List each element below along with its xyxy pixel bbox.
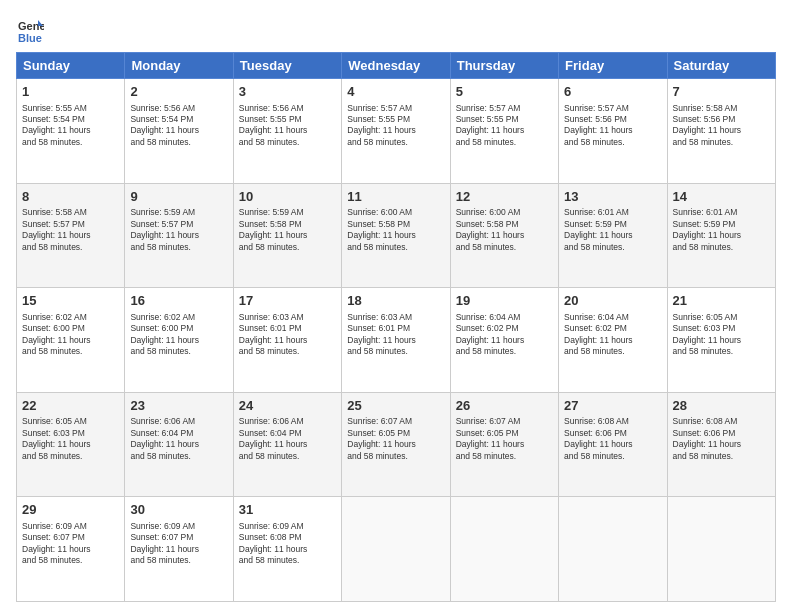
sunrise-label: Sunrise: 5:59 AM — [239, 207, 304, 217]
sunrise-label: Sunrise: 6:02 AM — [22, 312, 87, 322]
daylight-minutes: and 58 minutes. — [130, 242, 190, 252]
daylight-minutes: and 58 minutes. — [564, 451, 624, 461]
daylight-minutes: and 58 minutes. — [22, 242, 82, 252]
sunset-label: Sunset: 5:57 PM — [22, 219, 85, 229]
sunrise-label: Sunrise: 6:08 AM — [564, 416, 629, 426]
calendar-cell: 19 Sunrise: 6:04 AM Sunset: 6:02 PM Dayl… — [450, 288, 558, 393]
sunrise-label: Sunrise: 6:09 AM — [22, 521, 87, 531]
calendar-cell — [667, 497, 775, 602]
daylight-label: Daylight: 11 hours — [239, 544, 308, 554]
day-number: 24 — [239, 397, 336, 415]
daylight-minutes: and 58 minutes. — [564, 346, 624, 356]
logo: General Blue — [16, 16, 48, 44]
sunrise-label: Sunrise: 6:02 AM — [130, 312, 195, 322]
day-number: 2 — [130, 83, 227, 101]
day-number: 21 — [673, 292, 770, 310]
daylight-minutes: and 58 minutes. — [673, 346, 733, 356]
daylight-minutes: and 58 minutes. — [22, 555, 82, 565]
sunset-label: Sunset: 6:01 PM — [347, 323, 410, 333]
daylight-label: Daylight: 11 hours — [564, 335, 633, 345]
sunset-label: Sunset: 6:00 PM — [22, 323, 85, 333]
sunset-label: Sunset: 6:03 PM — [22, 428, 85, 438]
daylight-minutes: and 58 minutes. — [130, 137, 190, 147]
sunset-label: Sunset: 6:01 PM — [239, 323, 302, 333]
daylight-label: Daylight: 11 hours — [673, 125, 742, 135]
sunrise-label: Sunrise: 6:04 AM — [564, 312, 629, 322]
sunrise-label: Sunrise: 6:05 AM — [22, 416, 87, 426]
daylight-label: Daylight: 11 hours — [239, 335, 308, 345]
daylight-label: Daylight: 11 hours — [22, 125, 91, 135]
sunrise-label: Sunrise: 6:07 AM — [347, 416, 412, 426]
daylight-label: Daylight: 11 hours — [239, 125, 308, 135]
daylight-minutes: and 58 minutes. — [564, 242, 624, 252]
calendar-cell: 17 Sunrise: 6:03 AM Sunset: 6:01 PM Dayl… — [233, 288, 341, 393]
daylight-label: Daylight: 11 hours — [22, 439, 91, 449]
day-number: 20 — [564, 292, 661, 310]
sunset-label: Sunset: 6:08 PM — [239, 532, 302, 542]
day-number: 14 — [673, 188, 770, 206]
calendar-cell: 26 Sunrise: 6:07 AM Sunset: 6:05 PM Dayl… — [450, 392, 558, 497]
sunrise-label: Sunrise: 6:09 AM — [239, 521, 304, 531]
day-number: 7 — [673, 83, 770, 101]
day-number: 26 — [456, 397, 553, 415]
day-header-friday: Friday — [559, 53, 667, 79]
daylight-minutes: and 58 minutes. — [347, 451, 407, 461]
calendar-cell: 21 Sunrise: 6:05 AM Sunset: 6:03 PM Dayl… — [667, 288, 775, 393]
calendar-cell — [450, 497, 558, 602]
sunset-label: Sunset: 6:00 PM — [130, 323, 193, 333]
daylight-label: Daylight: 11 hours — [673, 230, 742, 240]
daylight-minutes: and 58 minutes. — [347, 346, 407, 356]
day-number: 19 — [456, 292, 553, 310]
svg-text:Blue: Blue — [18, 32, 42, 44]
calendar-week-row: 15 Sunrise: 6:02 AM Sunset: 6:00 PM Dayl… — [17, 288, 776, 393]
daylight-minutes: and 58 minutes. — [347, 137, 407, 147]
sunrise-label: Sunrise: 6:00 AM — [347, 207, 412, 217]
sunset-label: Sunset: 6:04 PM — [239, 428, 302, 438]
sunset-label: Sunset: 6:06 PM — [564, 428, 627, 438]
daylight-minutes: and 58 minutes. — [564, 137, 624, 147]
header: General Blue — [16, 16, 776, 44]
calendar-cell: 30 Sunrise: 6:09 AM Sunset: 6:07 PM Dayl… — [125, 497, 233, 602]
daylight-minutes: and 58 minutes. — [673, 137, 733, 147]
logo-icon: General Blue — [16, 16, 44, 44]
day-number: 31 — [239, 501, 336, 519]
daylight-label: Daylight: 11 hours — [564, 125, 633, 135]
calendar-cell: 22 Sunrise: 6:05 AM Sunset: 6:03 PM Dayl… — [17, 392, 125, 497]
daylight-label: Daylight: 11 hours — [22, 230, 91, 240]
calendar-cell: 6 Sunrise: 5:57 AM Sunset: 5:56 PM Dayli… — [559, 79, 667, 184]
calendar-cell: 3 Sunrise: 5:56 AM Sunset: 5:55 PM Dayli… — [233, 79, 341, 184]
daylight-minutes: and 58 minutes. — [456, 137, 516, 147]
sunset-label: Sunset: 5:58 PM — [347, 219, 410, 229]
calendar-cell: 8 Sunrise: 5:58 AM Sunset: 5:57 PM Dayli… — [17, 183, 125, 288]
day-header-wednesday: Wednesday — [342, 53, 450, 79]
sunset-label: Sunset: 5:58 PM — [239, 219, 302, 229]
sunset-label: Sunset: 5:55 PM — [239, 114, 302, 124]
daylight-minutes: and 58 minutes. — [22, 451, 82, 461]
daylight-label: Daylight: 11 hours — [130, 125, 199, 135]
sunrise-label: Sunrise: 6:09 AM — [130, 521, 195, 531]
daylight-label: Daylight: 11 hours — [130, 544, 199, 554]
day-number: 23 — [130, 397, 227, 415]
calendar-cell: 13 Sunrise: 6:01 AM Sunset: 5:59 PM Dayl… — [559, 183, 667, 288]
sunrise-label: Sunrise: 6:06 AM — [130, 416, 195, 426]
daylight-label: Daylight: 11 hours — [347, 230, 416, 240]
sunset-label: Sunset: 6:03 PM — [673, 323, 736, 333]
day-number: 11 — [347, 188, 444, 206]
day-number: 22 — [22, 397, 119, 415]
sunrise-label: Sunrise: 6:03 AM — [347, 312, 412, 322]
sunset-label: Sunset: 6:02 PM — [564, 323, 627, 333]
calendar-cell: 9 Sunrise: 5:59 AM Sunset: 5:57 PM Dayli… — [125, 183, 233, 288]
daylight-label: Daylight: 11 hours — [239, 439, 308, 449]
daylight-label: Daylight: 11 hours — [456, 439, 525, 449]
sunset-label: Sunset: 5:56 PM — [673, 114, 736, 124]
sunset-label: Sunset: 6:04 PM — [130, 428, 193, 438]
day-header-sunday: Sunday — [17, 53, 125, 79]
sunrise-label: Sunrise: 5:55 AM — [22, 103, 87, 113]
sunrise-label: Sunrise: 5:58 AM — [22, 207, 87, 217]
sunrise-label: Sunrise: 6:04 AM — [456, 312, 521, 322]
daylight-minutes: and 58 minutes. — [456, 242, 516, 252]
daylight-minutes: and 58 minutes. — [130, 346, 190, 356]
sunrise-label: Sunrise: 6:03 AM — [239, 312, 304, 322]
daylight-minutes: and 58 minutes. — [456, 346, 516, 356]
day-number: 18 — [347, 292, 444, 310]
